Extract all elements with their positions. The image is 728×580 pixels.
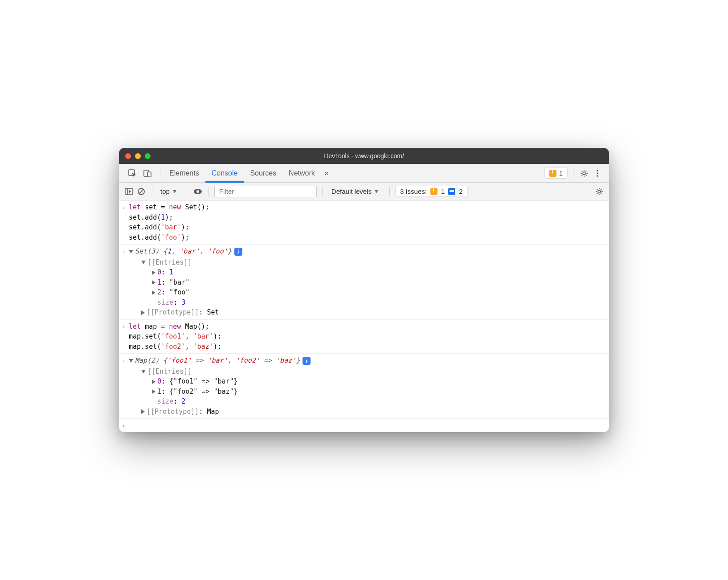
svg-line-10 [139,189,143,194]
info-icon[interactable]: i [234,248,242,256]
prompt-marker-icon [119,421,129,430]
disclosure-triangle-icon[interactable] [152,380,155,384]
clear-console-icon[interactable] [136,186,147,197]
code-line: map.set('foo2', 'baz'); [129,342,605,352]
disclosure-triangle-icon[interactable] [141,261,146,264]
row-content: Map(2) {'foo1' => 'bar', 'foo2' => 'baz'… [129,355,609,417]
size-property: size: 3 [129,298,605,308]
filter-input[interactable] [214,186,317,197]
entry-item[interactable]: 0: 1 [129,267,605,278]
entries-group[interactable]: [[Entries]] [129,367,605,377]
chevron-down-icon [173,190,177,193]
warning-icon [430,188,438,195]
live-expression-icon[interactable] [192,186,203,197]
console-output: let set = new Set();set.add(1);set.add('… [119,200,609,432]
warnings-badge[interactable]: 1 [544,167,568,179]
size-property: size: 2 [129,396,605,407]
output-marker-icon [119,355,129,417]
tab-network[interactable]: Network [282,164,321,183]
code-line: set.add(1); [129,212,605,223]
disclosure-triangle-icon[interactable] [152,389,155,394]
console-settings-icon[interactable] [594,186,605,197]
console-prompt[interactable] [119,419,609,432]
info-icon[interactable]: i [303,357,311,365]
window-title: DevTools - www.google.com/ [119,152,609,159]
entries-group[interactable]: [[Entries]] [129,257,605,268]
issues-msg-count: 2 [459,188,462,195]
console-row: let set = new Set();set.add(1);set.add('… [119,200,609,245]
devtools-window: DevTools - www.google.com/ Elements Cons… [119,148,609,432]
message-icon [448,188,455,195]
object-preview[interactable]: Set(3) {1, 'bar', 'foo'}i [129,246,605,257]
code-line: let set = new Set(); [129,202,605,212]
separator [209,187,209,196]
row-content: let map = new Map();map.set('foo1', 'bar… [129,322,609,352]
context-selector[interactable]: top [158,188,181,195]
separator [322,187,323,196]
disclosure-triangle-icon[interactable] [152,290,155,295]
console-row: Set(3) {1, 'bar', 'foo'}i[[Entries]]0: 1… [119,245,609,320]
warning-icon [549,170,556,177]
prototype-group[interactable]: [[Prototype]]: Set [129,307,605,318]
console-row: let map = new Map();map.set('foo1', 'bar… [119,320,609,354]
titlebar: DevTools - www.google.com/ [119,148,609,164]
object-preview[interactable]: Map(2) {'foo1' => 'bar', 'foo2' => 'baz'… [129,355,605,366]
code-line: set.add('foo'); [129,233,605,243]
separator [389,187,390,196]
separator [573,168,573,179]
console-row: Map(2) {'foo1' => 'bar', 'foo2' => 'baz'… [119,354,609,419]
row-content: Set(3) {1, 'bar', 'foo'}i[[Entries]]0: 1… [129,246,609,318]
input-marker-icon [119,202,129,242]
tab-console[interactable]: Console [205,164,244,183]
disclosure-triangle-icon[interactable] [141,310,145,315]
entry-item[interactable]: 0: {"foo1" => "bar"} [129,376,605,387]
svg-point-5 [597,172,598,174]
separator [160,168,160,179]
separator [187,187,187,196]
separator [152,187,152,196]
close-window-button[interactable] [125,153,131,159]
svg-point-6 [597,175,598,177]
warning-count: 1 [559,169,563,177]
output-marker-icon [119,246,129,318]
issues-label: 3 Issues: [400,188,427,195]
chevron-down-icon [375,190,379,193]
log-levels-selector[interactable]: Default levels [328,188,384,195]
entry-item[interactable]: 2: "foo" [129,287,605,298]
context-label: top [160,188,170,195]
inspect-element-icon[interactable] [127,168,138,179]
settings-icon[interactable] [579,168,589,179]
row-content: let set = new Set();set.add(1);set.add('… [129,202,609,242]
prototype-group[interactable]: [[Prototype]]: Map [129,407,605,417]
svg-point-4 [597,170,598,172]
disclosure-triangle-icon[interactable] [129,250,133,253]
issues-warn-count: 1 [441,188,445,195]
entry-item[interactable]: 1: {"foo2" => "baz"} [129,387,605,397]
disclosure-triangle-icon[interactable] [152,280,155,285]
main-tabbar: Elements Console Sources Network » 1 [119,164,609,183]
svg-point-13 [598,190,601,193]
entry-item[interactable]: 1: "bar" [129,278,605,288]
issues-button[interactable]: 3 Issues: 1 2 [395,186,468,197]
code-line: map.set('foo1', 'bar'); [129,331,605,342]
sidebar-toggle-icon[interactable] [123,186,134,197]
input-marker-icon [119,322,129,352]
tab-sources[interactable]: Sources [244,164,282,183]
kebab-menu-icon[interactable] [592,168,603,179]
minimize-window-button[interactable] [135,153,141,159]
disclosure-triangle-icon[interactable] [152,270,155,275]
disclosure-triangle-icon[interactable] [129,359,133,363]
disclosure-triangle-icon[interactable] [141,409,145,414]
disclosure-triangle-icon[interactable] [141,370,146,373]
device-toggle-icon[interactable] [142,168,153,179]
console-toolbar: top Default levels 3 Issues: 1 2 [119,183,609,200]
maximize-window-button[interactable] [145,153,151,159]
svg-rect-2 [147,172,151,177]
tab-elements[interactable]: Elements [163,164,205,183]
code-line: let map = new Map(); [129,322,605,332]
prompt-input[interactable] [129,421,609,430]
svg-point-12 [196,190,199,193]
svg-rect-7 [125,188,132,195]
more-tabs-icon[interactable]: » [321,168,332,179]
svg-point-3 [583,172,585,175]
